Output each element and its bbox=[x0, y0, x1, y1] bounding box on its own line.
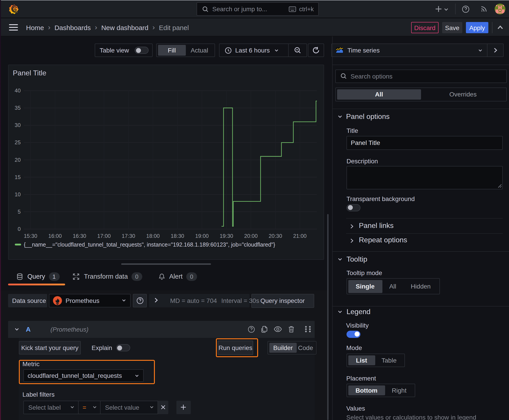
svg-text:20: 20 bbox=[15, 157, 21, 163]
svg-text:17:00: 17:00 bbox=[97, 233, 111, 239]
svg-text:18:30: 18:30 bbox=[171, 233, 184, 239]
svg-text:16:30: 16:30 bbox=[73, 233, 86, 239]
svg-text:35: 35 bbox=[15, 105, 21, 111]
svg-text:0: 0 bbox=[18, 226, 21, 232]
svg-text:15:30: 15:30 bbox=[24, 233, 37, 239]
svg-text:18:00: 18:00 bbox=[146, 233, 160, 239]
svg-text:30: 30 bbox=[15, 122, 21, 128]
svg-text:16:00: 16:00 bbox=[48, 233, 62, 239]
svg-text:{__name__="cloudflared_tunnel_: {__name__="cloudflared_tunnel_total_requ… bbox=[24, 241, 275, 248]
svg-text:40: 40 bbox=[15, 87, 21, 93]
svg-text:20:00: 20:00 bbox=[244, 233, 258, 239]
svg-text:5: 5 bbox=[18, 209, 21, 215]
svg-text:19:00: 19:00 bbox=[195, 233, 209, 239]
svg-text:20:30: 20:30 bbox=[269, 233, 282, 239]
svg-text:21:00: 21:00 bbox=[293, 233, 307, 239]
svg-text:17:30: 17:30 bbox=[122, 233, 135, 239]
svg-text:15: 15 bbox=[15, 174, 21, 180]
svg-text:19:30: 19:30 bbox=[220, 233, 233, 239]
svg-text:25: 25 bbox=[15, 139, 21, 145]
svg-text:10: 10 bbox=[15, 191, 21, 197]
